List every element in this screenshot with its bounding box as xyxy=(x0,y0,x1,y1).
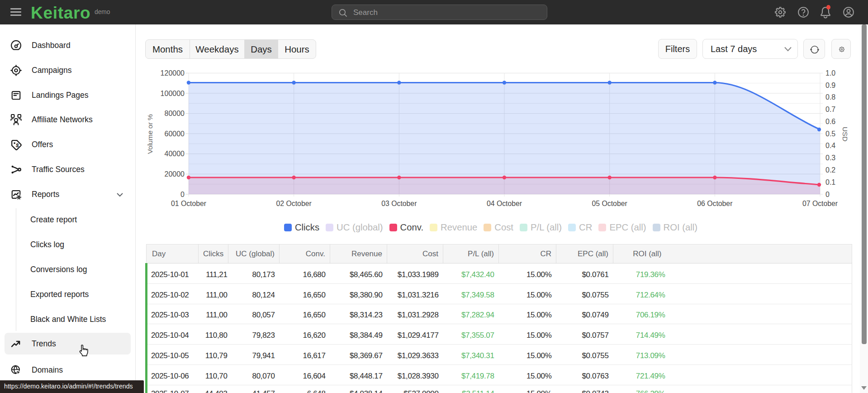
svg-text:02 October: 02 October xyxy=(276,200,312,207)
svg-text:0: 0 xyxy=(180,191,185,198)
svg-text:0.2: 0.2 xyxy=(825,166,835,174)
svg-text:60000: 60000 xyxy=(165,130,185,138)
svg-text:03 October: 03 October xyxy=(381,200,417,207)
svg-text:0.5: 0.5 xyxy=(825,130,835,138)
svg-text:01 October: 01 October xyxy=(171,200,206,207)
svg-text:0.8: 0.8 xyxy=(825,93,835,101)
svg-text:USD: USD xyxy=(841,127,849,142)
svg-text:0.6: 0.6 xyxy=(825,118,835,125)
svg-text:05 October: 05 October xyxy=(592,200,627,207)
svg-text:0.7: 0.7 xyxy=(825,105,835,113)
svg-text:1.0: 1.0 xyxy=(825,69,835,77)
svg-text:100000: 100000 xyxy=(161,90,185,97)
svg-text:120000: 120000 xyxy=(161,69,185,77)
svg-text:0.4: 0.4 xyxy=(825,142,835,149)
svg-text:0.1: 0.1 xyxy=(825,178,835,186)
svg-text:0.3: 0.3 xyxy=(825,154,835,162)
svg-text:80000: 80000 xyxy=(165,110,185,117)
svg-text:20000: 20000 xyxy=(165,170,185,178)
svg-text:04 October: 04 October xyxy=(487,200,522,207)
svg-text:07 October: 07 October xyxy=(802,200,838,207)
svg-text:06 October: 06 October xyxy=(697,200,732,207)
svg-text:40000: 40000 xyxy=(165,150,185,158)
svg-text:0.9: 0.9 xyxy=(825,81,835,89)
svg-text:0: 0 xyxy=(825,191,830,198)
svg-text:Volume or %: Volume or % xyxy=(146,114,154,154)
